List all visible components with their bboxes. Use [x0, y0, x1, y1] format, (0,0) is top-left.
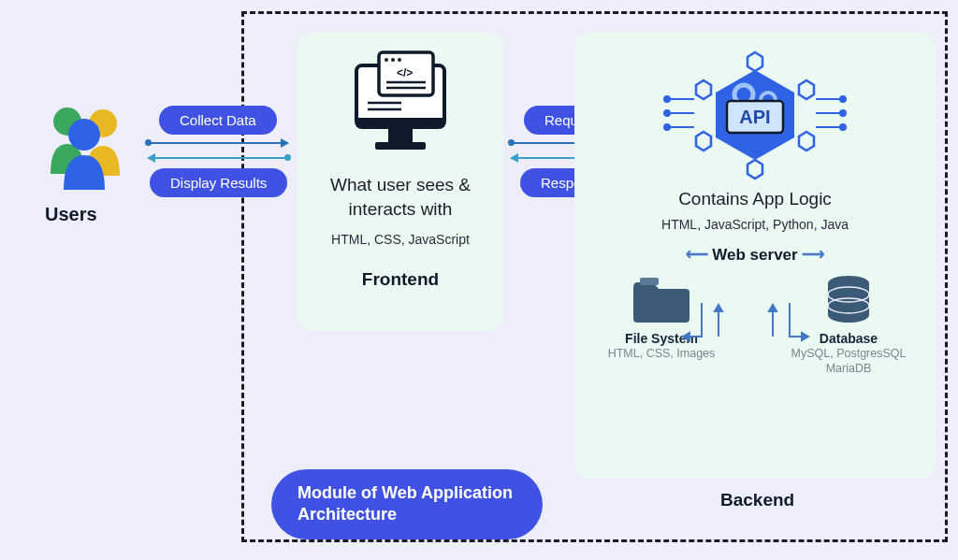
backend-panel: API Contains App Logic HTML, JavaScript,… [574, 32, 936, 479]
frontend-tech: HTML, CSS, JavaScript [298, 232, 503, 247]
svg-marker-20 [696, 132, 711, 151]
collect-data-pill: Collect Data [159, 106, 277, 135]
svg-rect-5 [388, 129, 413, 142]
svg-rect-6 [375, 142, 426, 150]
svg-marker-42 [683, 333, 689, 340]
svg-marker-44 [802, 333, 808, 340]
svg-marker-43 [715, 305, 722, 311]
svg-point-10 [398, 58, 401, 62]
svg-point-27 [664, 124, 670, 130]
svg-point-9 [391, 58, 395, 62]
frontend-panel: </> What user sees & interacts with HTML… [298, 32, 503, 331]
frontend-description: What user sees & interacts with [307, 173, 494, 221]
svg-marker-16 [748, 52, 762, 71]
svg-marker-19 [748, 160, 762, 179]
svg-point-2 [68, 119, 100, 151]
frontend-label: Frontend [298, 269, 503, 290]
svg-point-25 [664, 110, 670, 116]
svg-marker-17 [799, 80, 814, 99]
users-icon [37, 101, 131, 190]
arrow-display [148, 157, 288, 159]
svg-rect-4 [356, 118, 444, 127]
backend-tech: HTML, JavaScript, Python, Java [574, 217, 936, 232]
api-badge-text: API [739, 107, 770, 127]
svg-point-23 [664, 96, 670, 102]
diagram-title: Module of Web ApplicationArchitecture [271, 469, 543, 539]
display-results-pill: Display Results [150, 168, 287, 197]
backend-label: Backend [720, 490, 794, 510]
backend-title: Contains App Logic [574, 189, 936, 209]
webserver-connectors [646, 299, 865, 365]
svg-rect-38 [640, 278, 659, 285]
svg-marker-18 [799, 132, 814, 151]
users-label: Users [45, 204, 97, 225]
webserver-label: ⟵Web server⟶ [574, 245, 936, 265]
svg-text:</>: </> [397, 66, 413, 79]
svg-marker-21 [696, 80, 711, 99]
api-icon: API [661, 43, 849, 183]
monitor-icon: </> [349, 49, 452, 156]
svg-point-31 [840, 110, 846, 116]
arrow-collect [148, 142, 288, 144]
svg-point-33 [840, 124, 846, 130]
svg-point-8 [385, 58, 388, 62]
svg-point-29 [840, 96, 846, 102]
svg-marker-45 [769, 305, 777, 311]
